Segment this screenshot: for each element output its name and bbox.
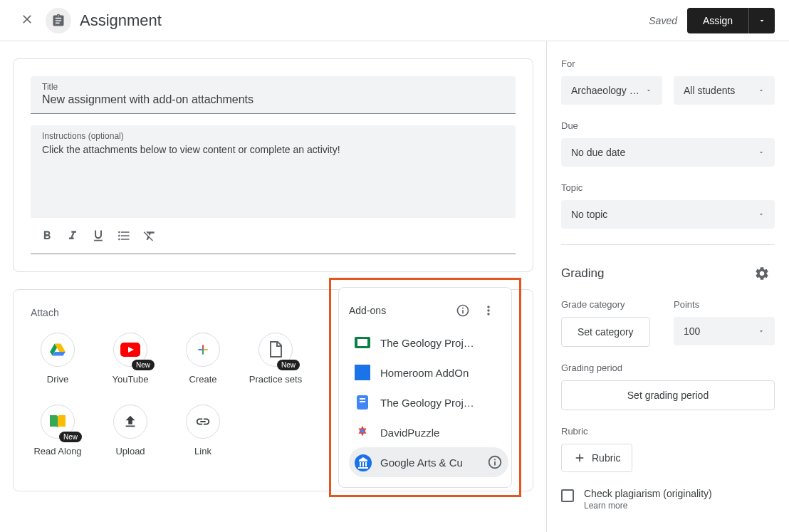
addon-item[interactable]: Homeroom AddOn: [349, 358, 508, 387]
drive-icon: [41, 333, 75, 367]
points-select[interactable]: 100: [674, 317, 775, 345]
topic-value: No topic: [571, 209, 607, 220]
for-label: For: [561, 58, 775, 69]
more-vert-icon: [481, 303, 496, 318]
addon-icon: [355, 424, 370, 440]
addon-item[interactable]: Google Arts & Cu: [349, 447, 508, 477]
italic-button[interactable]: [61, 225, 85, 246]
learn-more-link[interactable]: Learn more: [584, 501, 712, 511]
attach-item-read[interactable]: NewRead Along: [31, 405, 85, 458]
due-select[interactable]: No due date: [561, 138, 775, 167]
rubric-button[interactable]: Rubric: [561, 444, 632, 472]
attach-item-drive[interactable]: Drive: [31, 333, 85, 386]
attach-item-label: Practice sets: [249, 374, 303, 386]
title-input[interactable]: [42, 93, 504, 106]
addons-title: Add-ons: [349, 305, 450, 316]
chevron-down-icon: [758, 328, 765, 335]
plagiarism-label: Check plagiarism (originality): [584, 488, 712, 499]
gear-icon: [754, 266, 770, 281]
attach-item-label: YouTube: [103, 374, 157, 386]
addon-icon: [355, 365, 370, 380]
attach-item-upload[interactable]: Upload: [103, 405, 157, 458]
addons-more-button[interactable]: [476, 298, 501, 323]
addon-item[interactable]: The Geology Proj…: [349, 387, 508, 417]
title-label: Title: [42, 82, 504, 92]
students-value: All students: [684, 85, 735, 96]
svg-point-11: [360, 429, 365, 433]
attach-item-file[interactable]: NewPractice sets: [249, 333, 303, 386]
assignment-icon: [46, 8, 71, 33]
clear-format-icon: [142, 229, 157, 243]
class-value: Archaeology …: [571, 85, 639, 96]
addons-highlight: Add-ons The Geology Proj…Homeroom AddOnT…: [329, 278, 521, 497]
plagiarism-checkbox[interactable]: [561, 489, 574, 502]
bold-button[interactable]: [35, 225, 59, 246]
clear-format-button[interactable]: [137, 225, 162, 246]
underline-button[interactable]: [86, 225, 110, 246]
svg-rect-10: [360, 401, 365, 402]
new-badge: New: [277, 360, 300, 370]
plagiarism-row[interactable]: Check plagiarism (originality) Learn mor…: [561, 488, 775, 511]
grading-settings-button[interactable]: [749, 261, 775, 286]
svg-rect-9: [360, 398, 365, 400]
assign-button[interactable]: Assign: [687, 8, 748, 33]
divider: [561, 244, 775, 245]
addon-item[interactable]: DavidPuzzle: [349, 417, 508, 447]
students-select[interactable]: All students: [674, 76, 775, 105]
addons-list[interactable]: The Geology Proj…Homeroom AddOnThe Geolo…: [349, 328, 508, 477]
info-icon[interactable]: [487, 454, 503, 470]
set-grading-period-button[interactable]: Set grading period: [561, 380, 775, 410]
instructions-input[interactable]: Click the attachments below to view cont…: [42, 144, 504, 155]
italic-icon: [66, 229, 80, 243]
bold-icon: [40, 229, 54, 243]
grade-category-label: Grade category: [561, 299, 662, 310]
instructions-field[interactable]: Instructions (optional) Click the attach…: [31, 125, 516, 218]
title-field[interactable]: Title: [31, 76, 516, 114]
sidebar: For Archaeology … All students Due No du…: [547, 41, 789, 532]
topic-label: Topic: [561, 182, 775, 193]
new-badge: New: [59, 432, 82, 442]
info-icon: [456, 303, 470, 318]
points-label: Points: [674, 299, 775, 310]
addons-info-button[interactable]: [450, 298, 476, 323]
addon-label: Homeroom AddOn: [380, 367, 503, 379]
attach-item-label: Read Along: [31, 446, 85, 458]
set-category-button[interactable]: Set category: [561, 317, 650, 347]
chevron-down-icon: [758, 211, 765, 218]
due-label: Due: [561, 120, 775, 131]
bullet-list-icon: [117, 229, 131, 243]
svg-rect-1: [202, 345, 204, 350]
attach-item-label: Upload: [103, 446, 157, 458]
close-button[interactable]: [14, 6, 40, 34]
topic-select[interactable]: No topic: [561, 200, 775, 229]
attach-item-label: Create: [176, 374, 230, 386]
underline-icon: [91, 229, 105, 243]
addon-icon: [355, 395, 370, 410]
attach-item-plus[interactable]: Create: [176, 333, 230, 386]
addon-item[interactable]: The Geology Proj…: [349, 328, 508, 358]
rubric-button-label: Rubric: [592, 452, 620, 464]
editor-card: Title Instructions (optional) Click the …: [13, 58, 533, 272]
attach-item-youtube[interactable]: NewYouTube: [103, 333, 157, 386]
plus-icon: [573, 452, 586, 464]
bullet-list-button[interactable]: [112, 225, 136, 246]
addon-label: The Geology Proj…: [380, 337, 503, 349]
link-icon: [186, 405, 220, 439]
attach-grid: DriveNewYouTubeCreateNewPractice setsNew…: [31, 333, 330, 458]
editor-toolbar: [31, 218, 516, 254]
points-value: 100: [684, 325, 700, 337]
addon-icon: [355, 335, 370, 350]
svg-rect-6: [357, 339, 367, 346]
assign-button-group: Assign: [687, 8, 775, 33]
class-select[interactable]: Archaeology …: [561, 76, 662, 105]
instructions-label: Instructions (optional): [42, 131, 504, 141]
attach-item-label: Drive: [31, 374, 85, 386]
chevron-down-icon: [758, 87, 765, 94]
upload-icon: [113, 405, 147, 439]
grading-period-label: Grading period: [561, 363, 775, 373]
assign-dropdown-button[interactable]: [748, 8, 775, 33]
attach-item-link[interactable]: Link: [176, 405, 230, 458]
svg-rect-4: [199, 349, 203, 350]
new-badge: New: [132, 360, 155, 370]
svg-rect-3: [202, 350, 204, 355]
